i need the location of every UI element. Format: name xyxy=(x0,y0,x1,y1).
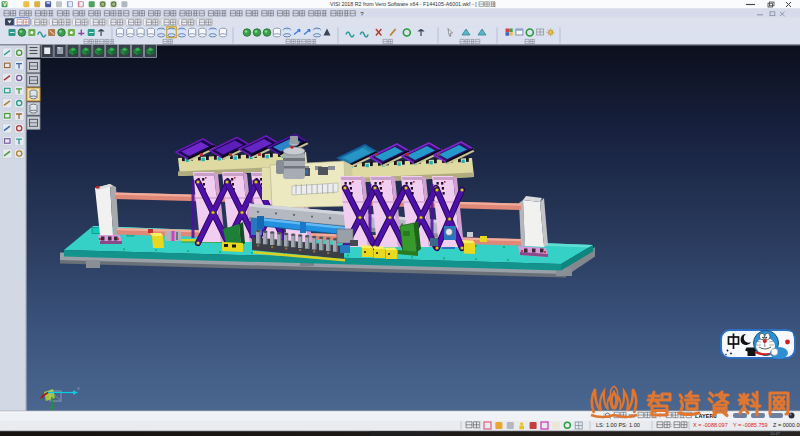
svg-text:LS: 1.00 PS: 1.00: LS: 1.00 PS: 1.00 xyxy=(596,422,640,428)
svg-text:X = -0088.097: X = -0088.097 xyxy=(693,422,728,428)
svg-text:X: X xyxy=(77,386,80,391)
svg-text:VISI 2018 R2 from Vero Softwar: VISI 2018 R2 from Vero Software x64 - F1… xyxy=(330,1,477,7)
svg-text:V: V xyxy=(3,1,7,7)
svg-text:Y = -0085.759: Y = -0085.759 xyxy=(733,422,768,428)
svg-text:10:47: 10:47 xyxy=(770,431,781,436)
svg-text:Z = 0000.000: Z = 0000.000 xyxy=(773,422,800,428)
